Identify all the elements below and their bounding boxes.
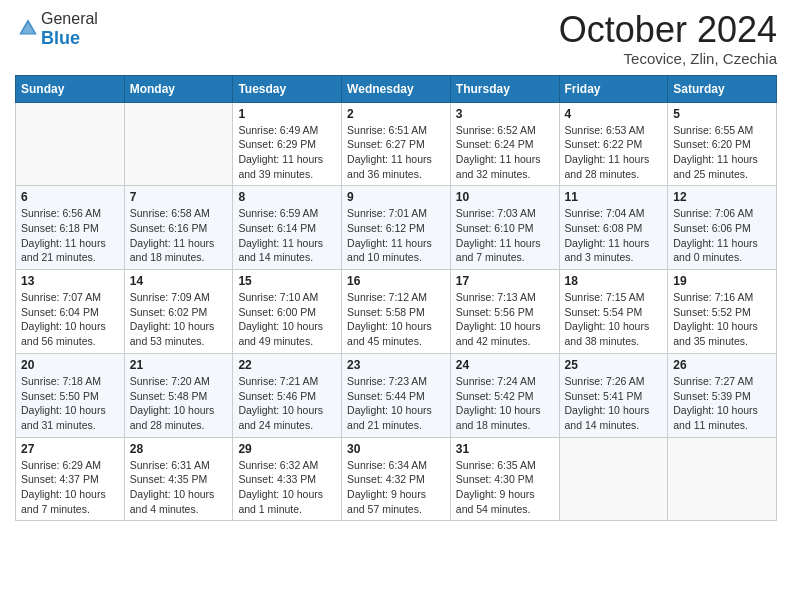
calendar-subtitle: Tecovice, Zlin, Czechia bbox=[559, 50, 777, 67]
header-day-friday: Friday bbox=[559, 75, 668, 102]
page-header: General Blue October 2024 Tecovice, Zlin… bbox=[15, 10, 777, 67]
day-number: 26 bbox=[673, 358, 771, 372]
week-row-1: 1Sunrise: 6:49 AM Sunset: 6:29 PM Daylig… bbox=[16, 102, 777, 186]
day-number: 5 bbox=[673, 107, 771, 121]
day-info: Sunrise: 7:15 AM Sunset: 5:54 PM Dayligh… bbox=[565, 290, 663, 349]
table-row: 18Sunrise: 7:15 AM Sunset: 5:54 PM Dayli… bbox=[559, 270, 668, 354]
day-number: 23 bbox=[347, 358, 445, 372]
day-info: Sunrise: 6:34 AM Sunset: 4:32 PM Dayligh… bbox=[347, 458, 445, 517]
table-row: 24Sunrise: 7:24 AM Sunset: 5:42 PM Dayli… bbox=[450, 353, 559, 437]
day-info: Sunrise: 7:21 AM Sunset: 5:46 PM Dayligh… bbox=[238, 374, 336, 433]
header-day-sunday: Sunday bbox=[16, 75, 125, 102]
header-row: SundayMondayTuesdayWednesdayThursdayFrid… bbox=[16, 75, 777, 102]
day-info: Sunrise: 6:49 AM Sunset: 6:29 PM Dayligh… bbox=[238, 123, 336, 182]
day-number: 29 bbox=[238, 442, 336, 456]
day-number: 9 bbox=[347, 190, 445, 204]
day-number: 6 bbox=[21, 190, 119, 204]
table-row: 4Sunrise: 6:53 AM Sunset: 6:22 PM Daylig… bbox=[559, 102, 668, 186]
day-number: 2 bbox=[347, 107, 445, 121]
table-row bbox=[559, 437, 668, 521]
table-row: 23Sunrise: 7:23 AM Sunset: 5:44 PM Dayli… bbox=[342, 353, 451, 437]
table-row: 22Sunrise: 7:21 AM Sunset: 5:46 PM Dayli… bbox=[233, 353, 342, 437]
day-info: Sunrise: 7:26 AM Sunset: 5:41 PM Dayligh… bbox=[565, 374, 663, 433]
table-row: 28Sunrise: 6:31 AM Sunset: 4:35 PM Dayli… bbox=[124, 437, 233, 521]
logo-icon bbox=[17, 17, 39, 39]
day-info: Sunrise: 7:16 AM Sunset: 5:52 PM Dayligh… bbox=[673, 290, 771, 349]
day-info: Sunrise: 7:07 AM Sunset: 6:04 PM Dayligh… bbox=[21, 290, 119, 349]
calendar-title: October 2024 bbox=[559, 10, 777, 50]
week-row-5: 27Sunrise: 6:29 AM Sunset: 4:37 PM Dayli… bbox=[16, 437, 777, 521]
table-row: 11Sunrise: 7:04 AM Sunset: 6:08 PM Dayli… bbox=[559, 186, 668, 270]
day-info: Sunrise: 6:51 AM Sunset: 6:27 PM Dayligh… bbox=[347, 123, 445, 182]
day-info: Sunrise: 6:55 AM Sunset: 6:20 PM Dayligh… bbox=[673, 123, 771, 182]
day-number: 31 bbox=[456, 442, 554, 456]
day-info: Sunrise: 7:23 AM Sunset: 5:44 PM Dayligh… bbox=[347, 374, 445, 433]
day-number: 11 bbox=[565, 190, 663, 204]
logo-general-text: General bbox=[41, 10, 98, 27]
day-info: Sunrise: 7:27 AM Sunset: 5:39 PM Dayligh… bbox=[673, 374, 771, 433]
day-info: Sunrise: 6:59 AM Sunset: 6:14 PM Dayligh… bbox=[238, 206, 336, 265]
table-row bbox=[668, 437, 777, 521]
week-row-2: 6Sunrise: 6:56 AM Sunset: 6:18 PM Daylig… bbox=[16, 186, 777, 270]
logo-text: General Blue bbox=[41, 10, 98, 49]
table-row: 2Sunrise: 6:51 AM Sunset: 6:27 PM Daylig… bbox=[342, 102, 451, 186]
day-number: 18 bbox=[565, 274, 663, 288]
header-day-tuesday: Tuesday bbox=[233, 75, 342, 102]
day-number: 14 bbox=[130, 274, 228, 288]
header-day-saturday: Saturday bbox=[668, 75, 777, 102]
table-row: 26Sunrise: 7:27 AM Sunset: 5:39 PM Dayli… bbox=[668, 353, 777, 437]
day-info: Sunrise: 7:12 AM Sunset: 5:58 PM Dayligh… bbox=[347, 290, 445, 349]
day-info: Sunrise: 7:13 AM Sunset: 5:56 PM Dayligh… bbox=[456, 290, 554, 349]
table-row: 25Sunrise: 7:26 AM Sunset: 5:41 PM Dayli… bbox=[559, 353, 668, 437]
header-day-wednesday: Wednesday bbox=[342, 75, 451, 102]
day-info: Sunrise: 6:53 AM Sunset: 6:22 PM Dayligh… bbox=[565, 123, 663, 182]
table-row: 15Sunrise: 7:10 AM Sunset: 6:00 PM Dayli… bbox=[233, 270, 342, 354]
day-number: 22 bbox=[238, 358, 336, 372]
day-info: Sunrise: 7:01 AM Sunset: 6:12 PM Dayligh… bbox=[347, 206, 445, 265]
day-number: 24 bbox=[456, 358, 554, 372]
day-info: Sunrise: 7:06 AM Sunset: 6:06 PM Dayligh… bbox=[673, 206, 771, 265]
day-info: Sunrise: 7:24 AM Sunset: 5:42 PM Dayligh… bbox=[456, 374, 554, 433]
table-row: 19Sunrise: 7:16 AM Sunset: 5:52 PM Dayli… bbox=[668, 270, 777, 354]
header-day-monday: Monday bbox=[124, 75, 233, 102]
week-row-4: 20Sunrise: 7:18 AM Sunset: 5:50 PM Dayli… bbox=[16, 353, 777, 437]
logo-blue-text: Blue bbox=[41, 28, 80, 48]
day-number: 4 bbox=[565, 107, 663, 121]
week-row-3: 13Sunrise: 7:07 AM Sunset: 6:04 PM Dayli… bbox=[16, 270, 777, 354]
day-info: Sunrise: 7:10 AM Sunset: 6:00 PM Dayligh… bbox=[238, 290, 336, 349]
day-info: Sunrise: 6:56 AM Sunset: 6:18 PM Dayligh… bbox=[21, 206, 119, 265]
day-info: Sunrise: 6:52 AM Sunset: 6:24 PM Dayligh… bbox=[456, 123, 554, 182]
day-number: 10 bbox=[456, 190, 554, 204]
table-row: 17Sunrise: 7:13 AM Sunset: 5:56 PM Dayli… bbox=[450, 270, 559, 354]
day-number: 7 bbox=[130, 190, 228, 204]
day-number: 20 bbox=[21, 358, 119, 372]
day-number: 17 bbox=[456, 274, 554, 288]
table-row bbox=[124, 102, 233, 186]
day-number: 1 bbox=[238, 107, 336, 121]
table-row: 21Sunrise: 7:20 AM Sunset: 5:48 PM Dayli… bbox=[124, 353, 233, 437]
day-info: Sunrise: 6:58 AM Sunset: 6:16 PM Dayligh… bbox=[130, 206, 228, 265]
table-row: 12Sunrise: 7:06 AM Sunset: 6:06 PM Dayli… bbox=[668, 186, 777, 270]
day-number: 30 bbox=[347, 442, 445, 456]
header-day-thursday: Thursday bbox=[450, 75, 559, 102]
logo: General Blue bbox=[15, 10, 98, 49]
table-row bbox=[16, 102, 125, 186]
table-row: 31Sunrise: 6:35 AM Sunset: 4:30 PM Dayli… bbox=[450, 437, 559, 521]
table-row: 5Sunrise: 6:55 AM Sunset: 6:20 PM Daylig… bbox=[668, 102, 777, 186]
calendar-table: SundayMondayTuesdayWednesdayThursdayFrid… bbox=[15, 75, 777, 522]
table-row: 14Sunrise: 7:09 AM Sunset: 6:02 PM Dayli… bbox=[124, 270, 233, 354]
day-number: 25 bbox=[565, 358, 663, 372]
day-number: 3 bbox=[456, 107, 554, 121]
day-info: Sunrise: 7:09 AM Sunset: 6:02 PM Dayligh… bbox=[130, 290, 228, 349]
day-number: 16 bbox=[347, 274, 445, 288]
table-row: 7Sunrise: 6:58 AM Sunset: 6:16 PM Daylig… bbox=[124, 186, 233, 270]
day-number: 13 bbox=[21, 274, 119, 288]
day-info: Sunrise: 6:32 AM Sunset: 4:33 PM Dayligh… bbox=[238, 458, 336, 517]
table-row: 27Sunrise: 6:29 AM Sunset: 4:37 PM Dayli… bbox=[16, 437, 125, 521]
table-row: 6Sunrise: 6:56 AM Sunset: 6:18 PM Daylig… bbox=[16, 186, 125, 270]
day-info: Sunrise: 7:03 AM Sunset: 6:10 PM Dayligh… bbox=[456, 206, 554, 265]
day-info: Sunrise: 6:29 AM Sunset: 4:37 PM Dayligh… bbox=[21, 458, 119, 517]
table-row: 16Sunrise: 7:12 AM Sunset: 5:58 PM Dayli… bbox=[342, 270, 451, 354]
table-row: 30Sunrise: 6:34 AM Sunset: 4:32 PM Dayli… bbox=[342, 437, 451, 521]
day-number: 19 bbox=[673, 274, 771, 288]
